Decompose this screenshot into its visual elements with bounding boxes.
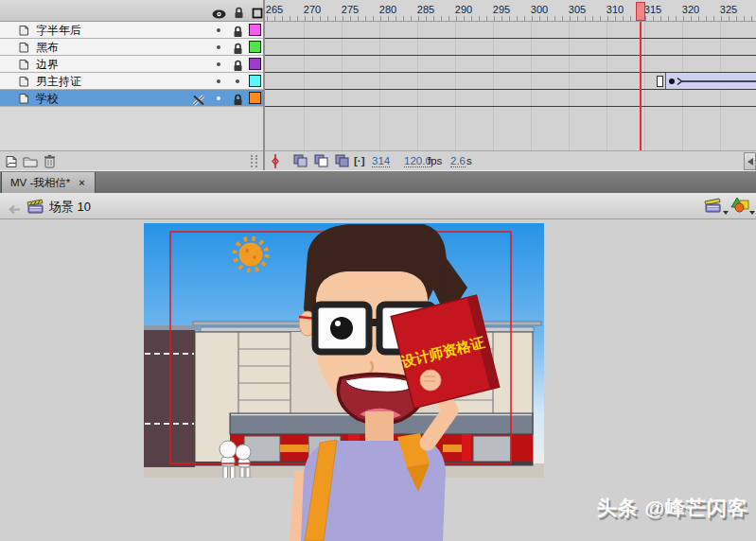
layer-outline-color-swatch[interactable]	[249, 75, 261, 87]
layer-row-selected[interactable]: 学校	[0, 90, 263, 107]
frame-row[interactable]	[265, 90, 756, 107]
layer-row[interactable]: 黑布	[0, 39, 263, 56]
edit-scene-button[interactable]	[704, 197, 729, 216]
stage-canvas[interactable]: 设计师资格证	[0, 219, 756, 541]
ruler-ticks	[267, 16, 754, 21]
timeline-status-bar: [·] 314 120.0 fps 2.6 s	[265, 150, 756, 170]
left-pupil	[330, 317, 353, 340]
ruler-frame-number: 275	[342, 4, 359, 15]
layer-row[interactable]: 边界	[0, 56, 263, 73]
outline-all-icon[interactable]	[252, 6, 263, 23]
fist	[420, 370, 441, 391]
frame-row[interactable]	[265, 39, 756, 56]
scene-breadcrumb-label: 场景 10	[49, 199, 91, 216]
layer-outline-color-swatch[interactable]	[249, 24, 261, 36]
modify-markers-icon[interactable]: [·]	[354, 155, 365, 166]
timeline-frames-area: 265 270 275 280 285 290 295 300 305 310 …	[265, 0, 756, 170]
playhead-marker[interactable]	[636, 2, 645, 21]
layer-visibility-dot[interactable]	[217, 79, 220, 83]
edit-multiple-frames-icon[interactable]	[335, 154, 350, 171]
layer-outline-color-swatch[interactable]	[249, 41, 261, 53]
scene-clapperboard-icon	[26, 199, 44, 218]
neck	[365, 411, 394, 444]
tab-close-icon[interactable]: ×	[79, 177, 84, 188]
frame-row[interactable]	[265, 22, 756, 39]
onion-skin-outlines-icon[interactable]	[314, 154, 329, 171]
layer-unlock-dot[interactable]	[236, 79, 239, 83]
timeline-panel: 字半年后 黑布 边界 男主持证	[0, 0, 756, 170]
layer-outline-color-swatch[interactable]	[249, 58, 261, 70]
ruler-frame-number: 320	[682, 4, 699, 15]
frame-rate-unit: fps	[428, 155, 442, 166]
layer-list-empty-area	[0, 107, 263, 150]
layer-name[interactable]: 黑布	[36, 41, 59, 54]
layer-name[interactable]: 学校	[36, 92, 59, 105]
frame-ruler[interactable]: 265 270 275 280 285 290 295 300 305 310 …	[265, 0, 756, 22]
elapsed-time-value[interactable]: 2.6	[450, 155, 466, 167]
layer-visibility-dot[interactable]	[217, 28, 220, 32]
current-frame-value[interactable]: 314	[372, 155, 390, 167]
edit-bar: 场景 10	[0, 193, 756, 219]
watermark-text: 头条 @峰芒闪客	[597, 495, 748, 521]
ruler-frame-number: 280	[379, 4, 396, 15]
ruler-frame-number: 325	[720, 4, 737, 15]
ruler-frame-number: 270	[304, 4, 321, 15]
layer-row[interactable]: 男主持证	[0, 73, 263, 90]
layer-visibility-dot[interactable]	[217, 62, 220, 66]
elapsed-time-unit: s	[466, 155, 472, 166]
document-tab-bar: MV -我相信*×	[0, 170, 756, 193]
layer-outline-color-swatch[interactable]	[249, 92, 261, 104]
ruler-frame-number: 300	[531, 4, 548, 15]
layer-visibility-dot[interactable]	[217, 45, 220, 49]
layer-name[interactable]: 字半年后	[36, 24, 81, 37]
stage-pasteboard[interactable]: 设计师资格证 头条 @峰芒闪客	[0, 219, 756, 541]
ruler-frame-number: 290	[455, 4, 472, 15]
document-tab-active[interactable]: MV -我相信*×	[1, 172, 96, 194]
back-arrow-icon[interactable]	[7, 201, 21, 218]
flash-editor-window: 字半年后 黑布 边界 男主持证	[0, 0, 756, 541]
ruler-frame-number: 315	[644, 4, 661, 15]
playhead-line[interactable]	[640, 22, 642, 150]
lock-all-icon[interactable]	[234, 6, 244, 23]
ruler-frame-number: 295	[493, 4, 510, 15]
timeline-layer-toolbar	[0, 150, 263, 170]
panel-resize-grip[interactable]	[251, 155, 257, 167]
motion-tween-span[interactable]	[665, 73, 756, 90]
dropdown-caret-icon	[723, 211, 729, 215]
scroll-left-button[interactable]	[744, 152, 756, 170]
frame-row[interactable]	[265, 56, 756, 73]
layer-list-header	[0, 0, 263, 22]
ruler-frame-number: 310	[607, 4, 624, 15]
ruler-frame-number: 265	[266, 4, 283, 15]
layer-name[interactable]: 男主持证	[36, 75, 81, 88]
ruler-frame-number: 305	[569, 4, 586, 15]
ruler-frame-number: 285	[417, 4, 434, 15]
layer-row[interactable]: 字半年后	[0, 22, 263, 39]
layer-visibility-dot[interactable]	[217, 96, 220, 100]
layer-list: 字半年后 黑布 边界 男主持证	[0, 0, 265, 170]
dropdown-caret-icon	[749, 211, 755, 215]
edit-symbols-button[interactable]	[730, 197, 755, 216]
empty-keyframe-marker[interactable]	[657, 76, 663, 87]
show-hide-all-icon[interactable]	[212, 6, 226, 23]
document-tab-title: MV -我相信*	[10, 177, 70, 188]
layer-name[interactable]: 边界	[36, 58, 59, 71]
onion-skin-icon[interactable]	[293, 154, 308, 171]
stick-figures	[220, 441, 251, 479]
new-folder-button[interactable]	[23, 154, 38, 171]
